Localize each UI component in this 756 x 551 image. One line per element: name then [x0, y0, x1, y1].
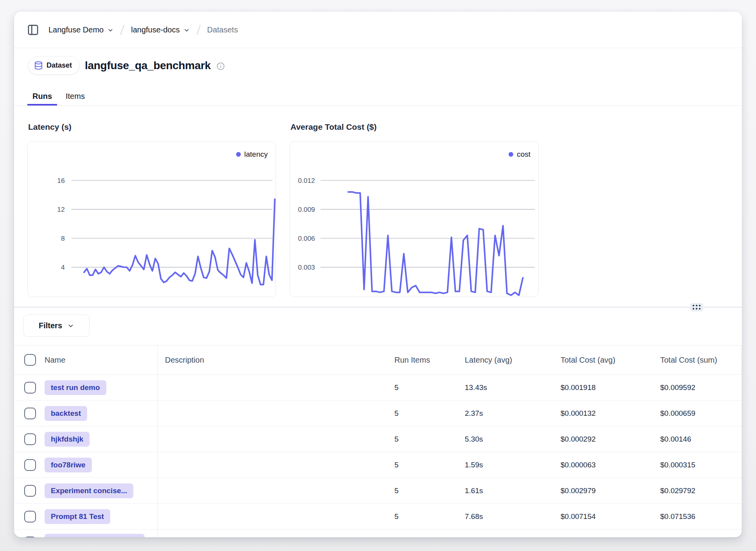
run-items-cell: 5	[387, 512, 458, 521]
run-items-cell: 5	[387, 435, 458, 444]
total-cost-sum-cell: $0.029792	[653, 487, 742, 495]
dataset-badge-label: Dataset	[47, 61, 72, 70]
run-name-badge[interactable]: Experiment concise...	[45, 483, 133, 498]
total-cost-avg-cell: $0.000132	[554, 409, 653, 418]
breadcrumb-section: Datasets	[207, 25, 238, 34]
description-cell	[158, 452, 387, 478]
run-name-badge[interactable]: backtest	[45, 406, 87, 421]
tab-bar: Runs Items	[14, 89, 742, 106]
table-row: backtest52.37s$0.000132$0.000659	[14, 401, 742, 426]
total-cost-avg-cell: $0.000292	[554, 435, 653, 444]
tab-items[interactable]: Items	[61, 89, 90, 106]
total-cost-avg-cell: $0.002979	[554, 487, 653, 495]
latency-avg-cell: 13.43s	[458, 383, 554, 392]
topbar: Langfuse Demo langfuse-docs Datasets	[14, 12, 742, 48]
row-checkbox[interactable]	[24, 382, 36, 394]
sidebar-toggle-button[interactable]	[25, 22, 41, 38]
tab-runs[interactable]: Runs	[27, 89, 57, 106]
legend-label: latency	[244, 150, 268, 159]
breadcrumb-separator	[196, 25, 201, 35]
total-cost-sum-cell: $0.071536	[653, 512, 742, 521]
latency-avg-cell: 5.30s	[458, 435, 554, 444]
column-header-description: Description	[158, 345, 387, 374]
svg-text:0.003: 0.003	[298, 263, 315, 271]
cost-chart-card: cost 0.0030.0060.0090.012	[290, 141, 539, 297]
runs-table: Name Description Run Items Latency (avg)…	[14, 345, 742, 537]
database-icon	[34, 61, 43, 70]
column-header-latency-avg: Latency (avg)	[458, 356, 554, 365]
table-row: Prompt 81 Test57.68s$0.007154$0.071536	[14, 504, 742, 530]
chevron-down-icon	[183, 27, 190, 34]
latency-avg-cell: 1.59s	[458, 461, 554, 469]
svg-text:0.009: 0.009	[298, 206, 315, 213]
latency-avg-cell: 7.68s	[458, 512, 554, 521]
column-header-total-cost-avg: Total Cost (avg)	[554, 356, 653, 365]
total-cost-sum-cell: $0.009592	[653, 383, 742, 392]
total-cost-avg-cell: $0.001918	[554, 383, 653, 392]
svg-text:4: 4	[61, 263, 65, 271]
legend-dot-icon	[236, 152, 241, 157]
run-name-badge[interactable]	[45, 534, 145, 537]
total-cost-sum-cell: $0.00146	[653, 435, 742, 444]
total-cost-avg-cell: $0.007154	[554, 512, 653, 521]
breadcrumb-project-label: langfuse-docs	[131, 25, 180, 34]
svg-text:0.012: 0.012	[298, 177, 315, 184]
table-row-partial	[14, 530, 742, 537]
legend-label: cost	[517, 150, 530, 159]
total-cost-sum-cell: $0.000659	[653, 409, 742, 418]
cost-legend: cost	[509, 150, 530, 159]
breadcrumb-org[interactable]: Langfuse Demo	[48, 25, 114, 34]
row-checkbox[interactable]	[24, 459, 36, 471]
total-cost-avg-cell: $0.000063	[554, 461, 653, 469]
table-body: test run demo513.43s$0.001918$0.009592ba…	[14, 375, 742, 537]
row-checkbox[interactable]	[24, 485, 36, 497]
select-all-checkbox[interactable]	[24, 354, 36, 366]
row-checkbox[interactable]	[24, 537, 36, 538]
cost-chart-title: Average Total Cost ($)	[290, 122, 377, 132]
row-checkbox[interactable]	[24, 511, 36, 522]
table-row: test run demo513.43s$0.001918$0.009592	[14, 375, 742, 401]
table-row: Experiment concise...51.61s$0.002979$0.0…	[14, 478, 742, 504]
filters-button[interactable]: Filters	[23, 315, 90, 337]
run-items-cell: 5	[387, 461, 458, 469]
table-row: foo78riwe51.59s$0.000063$0.000315	[14, 452, 742, 478]
run-name-badge[interactable]: foo78riwe	[45, 458, 92, 472]
drag-handle[interactable]	[690, 303, 703, 311]
run-name-badge[interactable]: Prompt 81 Test	[45, 509, 110, 524]
column-header-run-items: Run Items	[387, 356, 458, 365]
column-header-name: Name	[38, 356, 158, 365]
breadcrumb: Langfuse Demo langfuse-docs Datasets	[48, 25, 238, 35]
row-checkbox[interactable]	[24, 408, 36, 419]
info-icon[interactable]	[217, 62, 225, 70]
run-items-cell: 5	[387, 409, 458, 418]
panel-left-icon	[27, 24, 39, 36]
run-name-badge[interactable]: test run demo	[45, 380, 106, 395]
description-cell	[158, 375, 387, 400]
main-card: Langfuse Demo langfuse-docs Datasets Dat…	[14, 12, 742, 537]
section-resize-divider[interactable]	[14, 307, 742, 308]
breadcrumb-project[interactable]: langfuse-docs	[131, 25, 190, 34]
svg-text:16: 16	[57, 177, 64, 184]
run-items-cell: 5	[387, 487, 458, 495]
run-name-badge[interactable]: hjkfdshjk	[45, 432, 90, 447]
chevron-down-icon	[67, 322, 74, 329]
table-row: hjkfdshjk55.30s$0.000292$0.00146	[14, 426, 742, 452]
grip-dots-icon	[692, 304, 701, 310]
total-cost-sum-cell: $0.000315	[653, 461, 742, 469]
latency-chart-title: Latency (s)	[28, 122, 72, 132]
description-cell	[158, 478, 387, 503]
svg-text:0.006: 0.006	[298, 234, 315, 242]
table-header-row: Name Description Run Items Latency (avg)…	[14, 345, 742, 375]
row-checkbox[interactable]	[24, 433, 36, 445]
description-cell	[158, 401, 387, 426]
chevron-down-icon	[107, 27, 114, 34]
run-items-cell: 5	[387, 383, 458, 392]
breadcrumb-separator	[120, 25, 125, 35]
latency-avg-cell: 1.61s	[458, 487, 554, 495]
latency-line-chart: 481216	[28, 141, 276, 297]
breadcrumb-org-label: Langfuse Demo	[48, 25, 104, 34]
column-header-total-cost-sum: Total Cost (sum)	[653, 356, 742, 365]
latency-chart-card: latency 481216	[27, 141, 276, 297]
dataset-header: Dataset langfuse_qa_benchmark	[28, 56, 225, 75]
svg-text:8: 8	[61, 234, 65, 242]
